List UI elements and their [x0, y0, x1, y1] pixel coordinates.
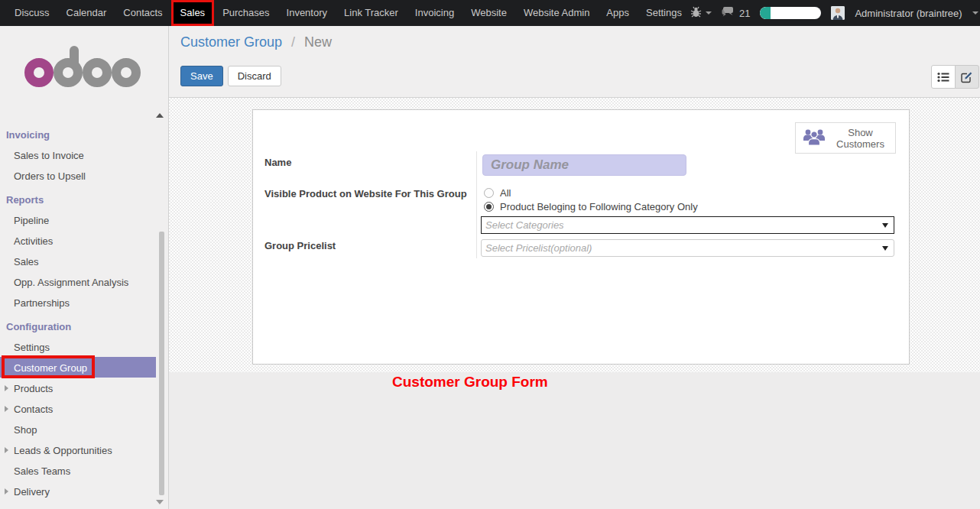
sidebar-item-sales-to-invoice[interactable]: Sales to Invoice [0, 144, 156, 165]
sidebar-item-label: Sales Teams [14, 465, 70, 477]
sidebar-item-label: Leads & Opportunities [14, 445, 112, 456]
pricelist-field-label: Group Pricelist [264, 240, 336, 251]
form-view-button[interactable] [955, 65, 979, 89]
sidebar-item-sales[interactable]: Sales [0, 251, 156, 271]
sidebar-item-sales-teams[interactable]: Sales Teams [0, 460, 156, 481]
sidebar-item-activities[interactable]: Activities [0, 230, 156, 251]
nav-item-inventory[interactable]: Inventory [278, 0, 336, 26]
sidebar-item-label: Activities [14, 235, 53, 247]
sidebar-item-label: Pipeline [14, 215, 49, 226]
show-customers-label: Show Customers [832, 127, 888, 150]
control-panel: Customer Group / New Save Discard [169, 26, 980, 98]
sidebar-item-label: Delivery [14, 486, 50, 498]
sidebar-item-products[interactable]: Products [0, 378, 156, 398]
sidebar-item-label: Sales to Invoice [14, 150, 84, 161]
radio-selected-icon[interactable] [484, 202, 494, 212]
sidebar-scrollbar-thumb[interactable] [159, 232, 164, 495]
sidebar-item-delivery[interactable]: Delivery [0, 481, 156, 501]
top-menu: DiscussCalendarContactsSalesPurchasesInv… [0, 0, 690, 26]
list-view-icon [937, 72, 949, 83]
breadcrumb-parent-link[interactable]: Customer Group [180, 34, 282, 50]
group-name-input[interactable] [482, 154, 686, 176]
pricelist-select[interactable] [481, 239, 894, 257]
radio-option-product-beloging-to-following-category-only[interactable]: Product Beloging to Following Category O… [484, 199, 698, 213]
breadcrumb-separator: / [291, 34, 295, 50]
nav-item-website[interactable]: Website [462, 0, 515, 26]
caret-down-icon [972, 11, 978, 15]
sidebar-item-pipeline[interactable]: Pipeline [0, 209, 156, 230]
bug-icon [690, 6, 702, 20]
odoo-logo [23, 44, 168, 90]
caret-right-icon[interactable] [5, 385, 8, 391]
categories-input[interactable] [482, 217, 894, 233]
avatar[interactable] [831, 6, 845, 20]
form-edit-icon [961, 71, 973, 83]
main-content: Customer Group / New Save Discard [169, 26, 980, 509]
nav-item-website-admin[interactable]: Website Admin [515, 0, 598, 26]
caret-down-icon[interactable] [882, 223, 888, 228]
sidebar-item-customer-group[interactable]: Customer Group [0, 357, 156, 378]
sidebar-item-label: Partnerships [14, 297, 70, 309]
categories-select[interactable] [481, 216, 894, 234]
caret-down-icon [706, 11, 712, 15]
top-navbar: DiscussCalendarContactsSalesPurchasesInv… [0, 0, 980, 26]
caret-down-icon[interactable] [882, 246, 888, 251]
radio-unselected-icon[interactable] [484, 188, 494, 198]
navbar-right: 21 Administrator (braintree) [690, 6, 980, 20]
discard-button[interactable]: Discard [228, 66, 281, 86]
sidebar-item-orders-to-upsell[interactable]: Orders to Upsell [0, 165, 156, 186]
radio-option-all[interactable]: All [484, 186, 698, 199]
nav-item-settings[interactable]: Settings [638, 0, 690, 26]
caret-right-icon[interactable] [5, 406, 8, 412]
sidebar-item-shop[interactable]: Shop [0, 419, 156, 439]
caret-down-icon[interactable] [156, 500, 164, 504]
sidebar-item-contacts[interactable]: Contacts [0, 398, 156, 419]
nav-item-apps[interactable]: Apps [598, 0, 638, 26]
sidebar-item-label: Settings [14, 342, 50, 353]
label-field-divider [476, 151, 477, 258]
nav-item-calendar[interactable]: Calendar [58, 0, 115, 26]
sidebar-menu: InvoicingSales to InvoiceOrders to Upsel… [0, 124, 168, 501]
breadcrumb: Customer Group / New [180, 34, 332, 50]
sidebar-item-label: Orders to Upsell [14, 170, 86, 182]
nav-item-contacts[interactable]: Contacts [115, 0, 170, 26]
user-menu[interactable]: Administrator (braintree) [855, 8, 962, 19]
sidebar-item-leads-opportunities[interactable]: Leads & Opportunities [0, 439, 156, 460]
caret-right-icon[interactable] [5, 447, 8, 453]
sidebar-item-partnerships[interactable]: Partnerships [0, 292, 156, 313]
sidebar-item-settings[interactable]: Settings [0, 336, 156, 357]
form-sheet: Show Customers Name Visible Product on W… [252, 109, 910, 365]
nav-item-link-tracker[interactable]: Link Tracker [336, 0, 407, 26]
nav-item-purchases[interactable]: Purchases [214, 0, 277, 26]
sidebar-item-label: Customer Group [14, 362, 87, 374]
caret-up-icon[interactable] [156, 113, 164, 118]
sidebar-item-opp-assignment-analysis[interactable]: Opp. Assignment Analysis [0, 271, 156, 292]
messages-count: 21 [739, 8, 750, 19]
nav-item-invoicing[interactable]: Invoicing [407, 0, 462, 26]
sidebar-section-configuration: Configuration [0, 316, 168, 336]
sidebar-item-label: Products [14, 383, 53, 394]
name-field-label: Name [264, 157, 291, 168]
sidebar-item-label: Shop [14, 424, 37, 436]
view-switcher [931, 65, 979, 89]
visibility-radio-group: AllProduct Beloging to Following Categor… [484, 186, 698, 213]
nav-item-discuss[interactable]: Discuss [6, 0, 58, 26]
debug-menu[interactable] [690, 6, 712, 20]
planner-progress-bar[interactable] [760, 7, 821, 19]
form-view-background: Show Customers Name Visible Product on W… [169, 98, 980, 372]
planner-progress-fill [760, 7, 771, 19]
sidebar-item-label: Sales [14, 256, 39, 267]
list-view-button[interactable] [931, 65, 956, 89]
messages-menu[interactable]: 21 [722, 6, 750, 20]
pricelist-input[interactable] [482, 240, 894, 256]
sidebar-section-reports: Reports [0, 189, 168, 209]
save-button[interactable]: Save [180, 66, 223, 86]
radio-option-label: Product Beloging to Following Category O… [500, 201, 698, 212]
chat-icon [722, 6, 735, 20]
caret-right-icon[interactable] [5, 488, 8, 494]
annotation-caption: Customer Group Form [392, 374, 548, 391]
sidebar-item-label: Contacts [14, 404, 53, 415]
nav-item-sales[interactable]: Sales [171, 0, 215, 26]
group-people-icon [803, 128, 826, 148]
show-customers-button[interactable]: Show Customers [795, 122, 896, 154]
